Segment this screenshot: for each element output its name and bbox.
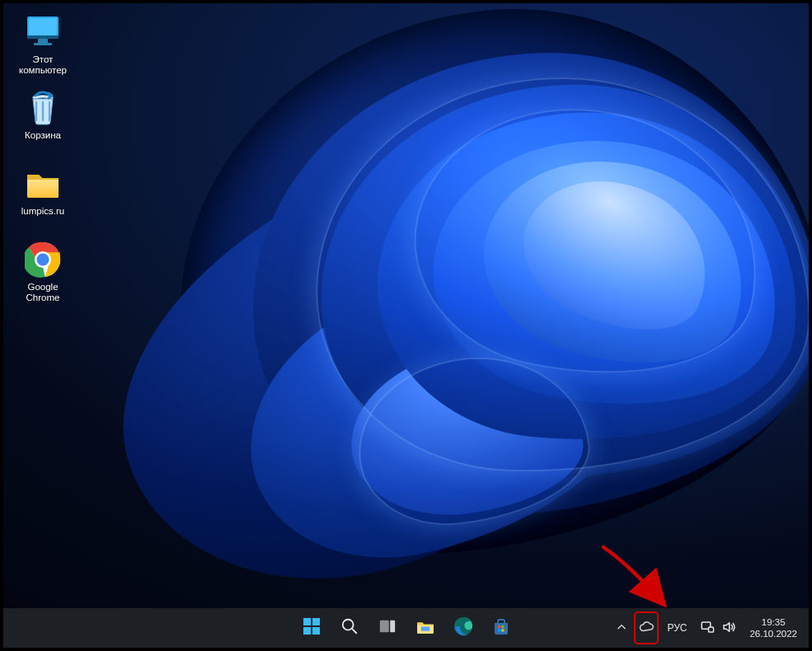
annotation-arrow (597, 541, 679, 615)
folder-icon (24, 165, 62, 203)
edge-button[interactable] (447, 611, 480, 644)
svg-rect-4 (34, 43, 52, 45)
taskview-button[interactable] (371, 611, 404, 644)
chevron-up-icon (616, 621, 627, 635)
clock-time: 19:35 (762, 616, 786, 628)
onedrive-tray-icon[interactable] (634, 611, 659, 644)
desktop-icon-recycle-bin[interactable]: Корзина (10, 89, 76, 158)
taskview-icon (378, 617, 397, 639)
svg-rect-3 (38, 39, 48, 43)
desktop-icon-label: Google Chrome (10, 282, 76, 303)
svg-line-13 (352, 629, 356, 633)
desktop[interactable]: Этот компьютер Корзина (3, 3, 809, 648)
svg-rect-8 (303, 618, 311, 625)
svg-rect-23 (709, 627, 714, 632)
quick-settings-button[interactable] (695, 611, 741, 644)
taskbar: РУС (3, 608, 809, 648)
desktop-icon-label: Этот компьютер (10, 54, 76, 76)
network-icon (700, 620, 715, 637)
tray-overflow-button[interactable] (613, 611, 631, 644)
search-button[interactable] (333, 611, 366, 644)
system-tray: РУС (613, 608, 802, 648)
language-indicator[interactable]: РУС (662, 611, 692, 644)
store-button[interactable] (485, 611, 518, 644)
language-label: РУС (667, 622, 687, 634)
clock-date: 26.10.2022 (749, 628, 797, 639)
cloud-icon (639, 620, 654, 637)
svg-rect-15 (390, 621, 395, 633)
volume-icon (721, 620, 736, 637)
svg-rect-14 (379, 621, 388, 633)
file-explorer-button[interactable] (409, 611, 442, 644)
start-icon (302, 616, 322, 639)
svg-rect-2 (27, 35, 59, 39)
svg-rect-21 (501, 629, 504, 631)
svg-rect-19 (501, 625, 504, 628)
file-explorer-icon (415, 616, 435, 639)
desktop-icon-this-pc[interactable]: Этот компьютер (10, 13, 76, 82)
start-button[interactable] (295, 611, 328, 644)
desktop-icon-folder[interactable]: lumpics.ru (10, 165, 76, 234)
taskbar-center (295, 611, 518, 644)
svg-rect-9 (312, 618, 320, 625)
svg-rect-11 (312, 627, 320, 635)
svg-rect-18 (498, 625, 500, 628)
search-icon (340, 617, 359, 639)
wallpaper-bloom (152, 3, 809, 646)
svg-rect-16 (420, 627, 429, 631)
svg-rect-10 (303, 627, 311, 635)
svg-rect-1 (29, 18, 57, 36)
edge-icon (453, 616, 473, 639)
monitor-icon (24, 13, 62, 51)
recycle-bin-icon (24, 89, 62, 127)
clock-button[interactable]: 19:35 26.10.2022 (744, 611, 802, 644)
chrome-icon (24, 241, 62, 279)
desktop-icon-label: lumpics.ru (21, 206, 64, 217)
desktop-icons: Этот компьютер Корзина (10, 13, 84, 316)
desktop-icon-label: Корзина (25, 130, 61, 141)
desktop-icon-chrome[interactable]: Google Chrome (10, 241, 76, 310)
microsoft-store-icon (491, 616, 511, 639)
svg-rect-20 (498, 629, 500, 631)
